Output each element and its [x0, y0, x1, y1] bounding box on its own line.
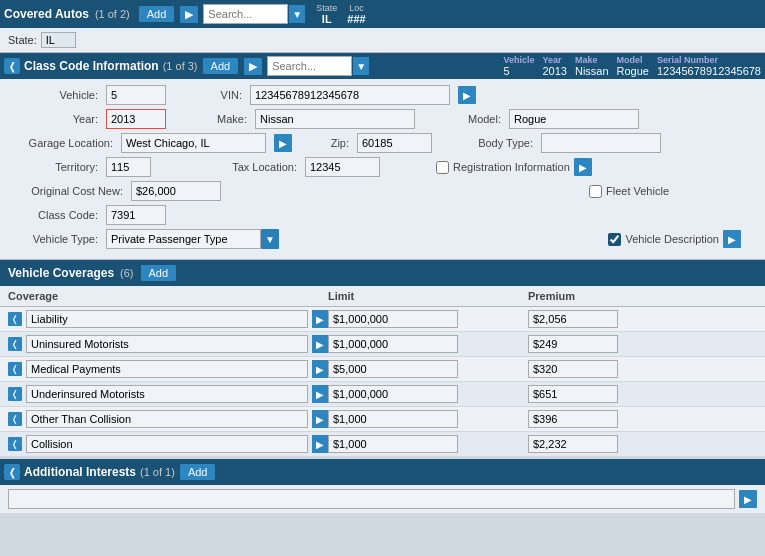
- garage-nav-button[interactable]: ▶: [274, 134, 292, 152]
- coverages-add-button[interactable]: Add: [140, 264, 178, 282]
- vehicle-type-input[interactable]: [106, 229, 261, 249]
- covered-autos-add-button[interactable]: Add: [138, 5, 176, 23]
- body-type-input[interactable]: [541, 133, 661, 153]
- cov-limit-0: [328, 310, 528, 328]
- cov-icon-0[interactable]: ❬: [8, 312, 22, 326]
- cov-name-input-0[interactable]: [26, 310, 308, 328]
- cov-limit-input-5[interactable]: [328, 435, 458, 453]
- covered-autos-search-input[interactable]: [203, 4, 288, 24]
- cov-left-1: ❬ ▶: [8, 335, 328, 353]
- coverages-bar: Vehicle Coverages (6) Add: [0, 260, 765, 286]
- coverages-title: Vehicle Coverages: [8, 266, 114, 280]
- additional-icon[interactable]: ❬: [4, 464, 20, 480]
- cov-premium-4: [528, 410, 757, 428]
- coverages-table: Coverage Limit Premium ❬ ▶ ❬ ▶: [0, 286, 765, 457]
- cov-limit-input-4[interactable]: [328, 410, 458, 428]
- vehicle-info-year: Year 2013: [542, 55, 566, 77]
- vehicle-col-label: Vehicle: [503, 55, 534, 65]
- cov-prem-input-1[interactable]: [528, 335, 618, 353]
- vehicle-info-serial: Serial Number 12345678912345678: [657, 55, 761, 77]
- cov-prem-input-0[interactable]: [528, 310, 618, 328]
- cov-prem-input-3[interactable]: [528, 385, 618, 403]
- coverages-section: Vehicle Coverages (6) Add Coverage Limit…: [0, 260, 765, 457]
- fleet-vehicle-checkbox[interactable]: [589, 185, 602, 198]
- form-row-garage: Garage Location: ▶ Zip: Body Type:: [8, 133, 757, 153]
- year-label: Year:: [8, 113, 98, 125]
- class-code-search-dropdown[interactable]: ▼: [352, 56, 370, 76]
- cov-nav-5[interactable]: ▶: [312, 435, 328, 453]
- original-cost-input[interactable]: [131, 181, 221, 201]
- additional-nav-button[interactable]: ▶: [739, 490, 757, 508]
- cov-name-input-1[interactable]: [26, 335, 308, 353]
- reg-info-checkbox[interactable]: [436, 161, 449, 174]
- state-field-label: State:: [8, 34, 37, 46]
- tax-location-input[interactable]: [305, 157, 380, 177]
- class-code-title: Class Code Information: [24, 59, 159, 73]
- additional-input[interactable]: [8, 489, 735, 509]
- tax-location-label: Tax Location:: [217, 161, 297, 173]
- cov-name-input-4[interactable]: [26, 410, 308, 428]
- cov-icon-5[interactable]: ❬: [8, 437, 22, 451]
- state-field-input[interactable]: [41, 32, 76, 48]
- territory-input[interactable]: [106, 157, 151, 177]
- vehicle-input[interactable]: [106, 85, 166, 105]
- col-limit-header: Limit: [328, 290, 528, 302]
- year-input[interactable]: [106, 109, 166, 129]
- cov-name-input-5[interactable]: [26, 435, 308, 453]
- cov-nav-0[interactable]: ▶: [312, 310, 328, 328]
- covered-autos-search-box: ▼: [203, 4, 306, 24]
- cov-prem-input-4[interactable]: [528, 410, 618, 428]
- cov-limit-input-2[interactable]: [328, 360, 458, 378]
- cov-left-2: ❬ ▶: [8, 360, 328, 378]
- cov-limit-input-3[interactable]: [328, 385, 458, 403]
- form-row-vehicle-vin: Vehicle: VIN: ▶: [8, 85, 757, 105]
- year-col-label: Year: [542, 55, 566, 65]
- make-col-value: Nissan: [575, 65, 609, 77]
- cov-nav-1[interactable]: ▶: [312, 335, 328, 353]
- cov-nav-4[interactable]: ▶: [312, 410, 328, 428]
- col-coverage-header: Coverage: [8, 290, 328, 302]
- cov-icon-4[interactable]: ❬: [8, 412, 22, 426]
- class-code-search-input[interactable]: [267, 56, 352, 76]
- vehicle-type-select-container: ▼: [106, 229, 279, 249]
- class-code-icon[interactable]: ❬: [4, 58, 20, 74]
- class-code-nav-button[interactable]: ▶: [243, 57, 263, 76]
- vehicle-desc-checkbox[interactable]: [608, 233, 621, 246]
- vehicle-info-cols: Vehicle 5 Year 2013 Make Nissan Model Ro…: [503, 55, 761, 77]
- vin-input[interactable]: [250, 85, 450, 105]
- cov-limit-input-0[interactable]: [328, 310, 458, 328]
- cov-prem-input-5[interactable]: [528, 435, 618, 453]
- vehicle-desc-label: Vehicle Description: [625, 233, 719, 245]
- model-label: Model:: [461, 113, 501, 125]
- cov-left-3: ❬ ▶: [8, 385, 328, 403]
- make-input[interactable]: [255, 109, 415, 129]
- covered-autos-search-dropdown[interactable]: ▼: [288, 4, 306, 24]
- class-code-add-button[interactable]: Add: [202, 57, 240, 75]
- cov-icon-1[interactable]: ❬: [8, 337, 22, 351]
- reg-info-checkbox-row: Registration Information ▶: [436, 158, 592, 176]
- vehicle-type-nav-button[interactable]: ▼: [261, 229, 279, 249]
- model-input[interactable]: [509, 109, 639, 129]
- cov-name-input-3[interactable]: [26, 385, 308, 403]
- cov-name-input-2[interactable]: [26, 360, 308, 378]
- reg-info-nav-button[interactable]: ▶: [574, 158, 592, 176]
- col-premium-header: Premium: [528, 290, 757, 302]
- cov-nav-2[interactable]: ▶: [312, 360, 328, 378]
- additional-add-button[interactable]: Add: [179, 463, 217, 481]
- class-code-input[interactable]: [106, 205, 166, 225]
- model-col-label: Model: [617, 55, 649, 65]
- cov-nav-3[interactable]: ▶: [312, 385, 328, 403]
- cov-icon-3[interactable]: ❬: [8, 387, 22, 401]
- body-type-label: Body Type:: [468, 137, 533, 149]
- zip-input[interactable]: [357, 133, 432, 153]
- cov-icon-2[interactable]: ❬: [8, 362, 22, 376]
- garage-input[interactable]: [121, 133, 266, 153]
- vin-nav-button[interactable]: ▶: [458, 86, 476, 104]
- cov-prem-input-2[interactable]: [528, 360, 618, 378]
- class-code-search-box: ▼: [267, 56, 370, 76]
- additional-title: Additional Interests: [24, 465, 136, 479]
- covered-autos-nav-button[interactable]: ▶: [179, 5, 199, 24]
- cov-left-4: ❬ ▶: [8, 410, 328, 428]
- vehicle-desc-nav-button[interactable]: ▶: [723, 230, 741, 248]
- cov-limit-input-1[interactable]: [328, 335, 458, 353]
